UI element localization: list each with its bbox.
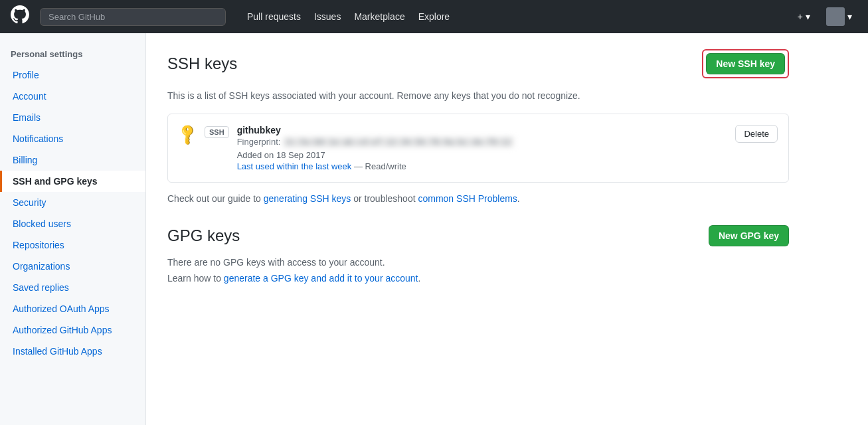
sidebar: Personal settings Profile Account Emails… bbox=[0, 33, 146, 425]
ssh-title: SSH keys bbox=[167, 54, 237, 73]
search-input[interactable] bbox=[40, 8, 226, 26]
ssh-guide-text: Check out our guide to generating SSH ke… bbox=[167, 193, 789, 204]
new-gpg-key-button[interactable]: New GPG key bbox=[709, 225, 789, 246]
gpg-title: GPG keys bbox=[167, 226, 240, 245]
fingerprint-value: 2c:5e:b0:1e:ab:cd:ef:12:34:56:78:9a:bc:d… bbox=[283, 137, 514, 147]
new-ssh-key-wrapper: New SSH key bbox=[702, 49, 789, 78]
github-logo-icon bbox=[11, 5, 29, 28]
guide-suffix: . bbox=[517, 193, 520, 204]
sidebar-item-notifications[interactable]: Notifications bbox=[0, 128, 145, 149]
sidebar-item-repositories[interactable]: Repositories bbox=[0, 234, 145, 256]
nav-marketplace[interactable]: Marketplace bbox=[349, 9, 410, 25]
header-right: + ▾ ▾ bbox=[792, 5, 857, 29]
sidebar-item-profile[interactable]: Profile bbox=[0, 64, 145, 86]
ssh-badge: SSH bbox=[205, 126, 229, 138]
main-content: SSH keys New SSH key This is a list of S… bbox=[146, 33, 810, 425]
sidebar-item-billing[interactable]: Billing bbox=[0, 149, 145, 171]
generating-ssh-keys-link[interactable]: generating SSH keys bbox=[264, 193, 351, 204]
avatar-dropdown-icon: ▾ bbox=[847, 11, 852, 22]
key-fingerprint: Fingerprint: 2c:5e:b0:1e:ab:cd:ef:12:34:… bbox=[237, 137, 728, 147]
nav-pull-requests[interactable]: Pull requests bbox=[242, 9, 306, 25]
key-added-date: Added on 18 Sep 2017 bbox=[237, 150, 728, 160]
sidebar-item-saved-replies[interactable]: Saved replies bbox=[0, 277, 145, 298]
avatar bbox=[826, 7, 845, 26]
guide-prefix: Check out our guide to bbox=[167, 193, 264, 204]
plus-icon: + bbox=[798, 11, 803, 22]
sidebar-item-account[interactable]: Account bbox=[0, 86, 145, 107]
generate-gpg-key-link[interactable]: generate a GPG key and add it to your ac… bbox=[224, 273, 418, 284]
avatar-menu-button[interactable]: ▾ bbox=[821, 5, 857, 29]
gpg-learn-text: Learn how to generate a GPG key and add … bbox=[167, 273, 789, 284]
key-info: githubkey Fingerprint: 2c:5e:b0:1e:ab:cd… bbox=[237, 125, 728, 171]
gpg-section-header: GPG keys New GPG key bbox=[167, 225, 789, 246]
ssh-description: This is a list of SSH keys associated wi… bbox=[167, 89, 789, 103]
sidebar-item-organizations[interactable]: Organizations bbox=[0, 256, 145, 277]
sidebar-item-ssh-gpg[interactable]: SSH and GPG keys bbox=[0, 171, 145, 192]
sidebar-item-emails[interactable]: Emails bbox=[0, 107, 145, 128]
key-name: githubkey bbox=[237, 125, 728, 135]
sidebar-item-github-apps[interactable]: Authorized GitHub Apps bbox=[0, 319, 145, 341]
gpg-empty-text: There are no GPG keys with access to you… bbox=[167, 257, 789, 268]
common-ssh-problems-link[interactable]: common SSH Problems bbox=[418, 193, 517, 204]
sidebar-item-security[interactable]: Security bbox=[0, 192, 145, 213]
key-icon: 🔑 bbox=[175, 122, 200, 147]
layout: Personal settings Profile Account Emails… bbox=[0, 33, 868, 425]
learn-suffix: . bbox=[418, 273, 420, 284]
sidebar-item-installed-apps[interactable]: Installed GitHub Apps bbox=[0, 341, 145, 362]
new-menu-button[interactable]: + ▾ bbox=[792, 9, 816, 25]
dropdown-icon: ▾ bbox=[806, 11, 810, 22]
guide-mid: or troubleshoot bbox=[351, 193, 418, 204]
sidebar-item-blocked-users[interactable]: Blocked users bbox=[0, 213, 145, 234]
fingerprint-label: Fingerprint: bbox=[237, 137, 281, 147]
new-ssh-key-button[interactable]: New SSH key bbox=[706, 53, 785, 74]
delete-key-button[interactable]: Delete bbox=[735, 125, 778, 143]
nav-explore[interactable]: Explore bbox=[413, 9, 455, 25]
key-last-used: Last used within the last week — Read/wr… bbox=[237, 161, 728, 171]
ssh-section-header: SSH keys New SSH key bbox=[167, 49, 789, 78]
sidebar-item-oauth-apps[interactable]: Authorized OAuth Apps bbox=[0, 298, 145, 319]
main-nav: Pull requests Issues Marketplace Explore bbox=[242, 9, 455, 25]
gpg-section: GPG keys New GPG key There are no GPG ke… bbox=[167, 225, 789, 284]
nav-issues[interactable]: Issues bbox=[309, 9, 346, 25]
header: Pull requests Issues Marketplace Explore… bbox=[0, 0, 868, 33]
ssh-key-card: 🔑 SSH githubkey Fingerprint: 2c:5e:b0:1e… bbox=[167, 114, 789, 183]
learn-prefix: Learn how to bbox=[167, 273, 224, 284]
sidebar-header: Personal settings bbox=[0, 44, 145, 64]
